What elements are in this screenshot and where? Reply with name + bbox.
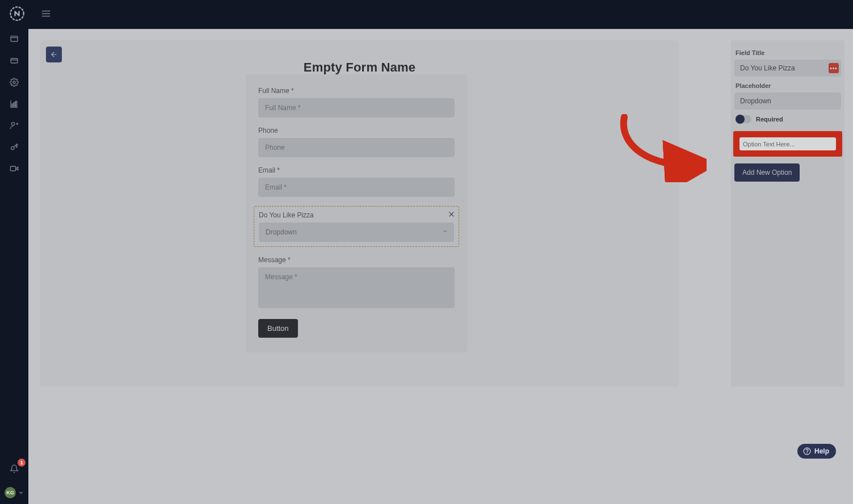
- nav-card-icon[interactable]: [10, 56, 19, 65]
- remove-field-button[interactable]: [446, 209, 456, 219]
- field-input[interactable]: [258, 98, 455, 117]
- svg-point-21: [807, 453, 808, 453]
- nav-user-add-icon[interactable]: [10, 121, 19, 130]
- svg-rect-16: [10, 166, 15, 171]
- properties-panel: Field Title ••• Placeholder Required Add…: [731, 40, 844, 387]
- svg-rect-4: [11, 36, 18, 41]
- field-label: Full Name *: [258, 87, 455, 95]
- field-input[interactable]: [258, 138, 455, 157]
- sidebar-bottom: 1 KG: [0, 464, 28, 498]
- svg-rect-11: [16, 101, 17, 106]
- svg-rect-10: [14, 102, 15, 106]
- field-title-label: Field Title: [736, 49, 840, 56]
- nav-gear-icon[interactable]: [10, 78, 19, 87]
- placeholder-input[interactable]: [734, 93, 841, 110]
- notifications-icon[interactable]: 1: [10, 464, 19, 473]
- field-label: Phone: [258, 127, 455, 135]
- form-field-phone[interactable]: Phone: [258, 127, 455, 157]
- field-title-input[interactable]: [734, 60, 841, 77]
- svg-point-12: [11, 123, 14, 125]
- topbar: [0, 0, 853, 29]
- field-label: Do You Like Pizza: [259, 211, 454, 219]
- nav-key-icon[interactable]: [10, 142, 19, 152]
- svg-rect-6: [11, 58, 18, 63]
- option-input-highlight: [733, 131, 842, 157]
- notification-badge: 1: [18, 459, 26, 467]
- required-toggle[interactable]: [736, 115, 751, 123]
- submit-button[interactable]: Button: [258, 319, 298, 338]
- add-option-button[interactable]: Add New Option: [734, 163, 800, 182]
- svg-point-8: [13, 81, 15, 83]
- form-field-dropdown-selected[interactable]: Do You Like Pizza: [254, 206, 459, 247]
- toggle-knob: [736, 115, 745, 124]
- form-field-message[interactable]: Message *: [258, 256, 455, 310]
- main-area: Empty Form Name Full Name * Phone Email …: [28, 29, 853, 504]
- menu-toggle-icon[interactable]: [41, 9, 51, 20]
- help-label: Help: [814, 447, 829, 455]
- field-textarea[interactable]: [258, 267, 455, 308]
- nav-video-icon[interactable]: [10, 164, 19, 173]
- svg-point-15: [11, 146, 14, 149]
- required-label: Required: [756, 116, 783, 123]
- user-menu[interactable]: KG: [5, 487, 24, 498]
- help-button[interactable]: Help: [797, 444, 836, 459]
- field-input[interactable]: [258, 178, 455, 197]
- left-sidebar: 1 KG: [0, 29, 28, 504]
- option-text-input[interactable]: [743, 141, 833, 148]
- field-more-button[interactable]: •••: [829, 63, 839, 73]
- editor-panel: Empty Form Name Full Name * Phone Email …: [40, 40, 679, 387]
- dropdown-value[interactable]: [259, 222, 454, 242]
- app-logo-icon: [9, 6, 25, 23]
- field-label: Email *: [258, 166, 455, 174]
- nav-window-icon[interactable]: [10, 35, 19, 44]
- nav-chart-icon[interactable]: [10, 99, 19, 108]
- form-title: Empty Form Name: [40, 60, 679, 75]
- placeholder-label: Placeholder: [736, 82, 840, 89]
- form-field-email[interactable]: Email *: [258, 166, 455, 197]
- field-label: Message *: [258, 256, 455, 264]
- svg-rect-9: [12, 104, 13, 106]
- form-preview: Full Name * Phone Email * Do You Like Pi…: [246, 74, 467, 352]
- form-field-fullname[interactable]: Full Name *: [258, 87, 455, 117]
- avatar: KG: [5, 487, 16, 498]
